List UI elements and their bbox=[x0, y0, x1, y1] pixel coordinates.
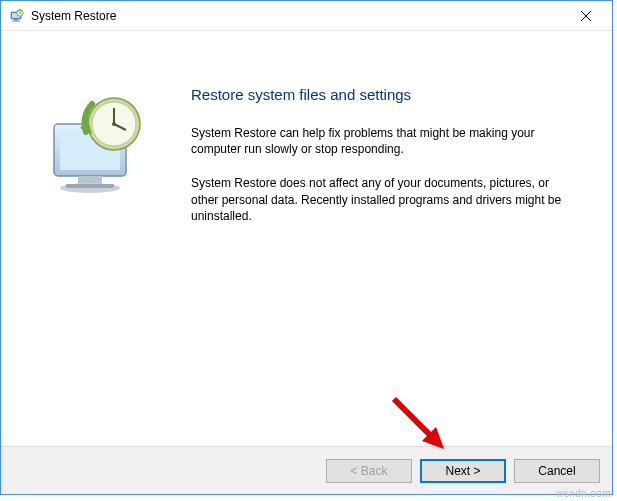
next-button[interactable]: Next > bbox=[420, 459, 506, 483]
page-heading: Restore system files and settings bbox=[191, 86, 572, 103]
svg-rect-2 bbox=[14, 19, 18, 21]
svg-rect-12 bbox=[66, 184, 114, 188]
titlebar: System Restore bbox=[1, 1, 612, 31]
description-paragraph-1: System Restore can help fix problems tha… bbox=[191, 125, 572, 157]
svg-point-17 bbox=[112, 122, 116, 126]
close-icon bbox=[581, 11, 591, 21]
right-panel: Restore system files and settings System… bbox=[181, 31, 612, 446]
system-restore-icon bbox=[9, 8, 25, 24]
system-restore-window: System Restore bbox=[0, 0, 613, 495]
svg-rect-10 bbox=[78, 176, 102, 184]
close-button[interactable] bbox=[563, 2, 608, 30]
svg-rect-3 bbox=[12, 20, 20, 21]
description-paragraph-2: System Restore does not affect any of yo… bbox=[191, 175, 572, 224]
window-title: System Restore bbox=[31, 9, 563, 23]
cancel-button[interactable]: Cancel bbox=[514, 459, 600, 483]
back-button: < Back bbox=[326, 459, 412, 483]
watermark: wsxdn.com bbox=[556, 488, 611, 499]
left-panel bbox=[1, 31, 181, 446]
button-bar: < Back Next > Cancel bbox=[1, 446, 612, 494]
content-area: Restore system files and settings System… bbox=[1, 31, 612, 446]
restore-illustration-icon bbox=[36, 86, 156, 209]
